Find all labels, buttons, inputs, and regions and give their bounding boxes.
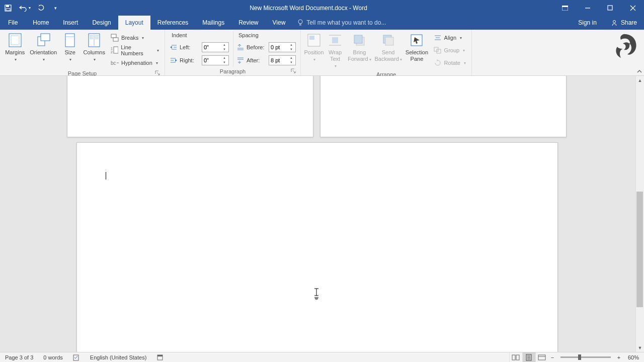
svg-rect-2 bbox=[6, 9, 10, 11]
maximize-button[interactable] bbox=[599, 0, 621, 16]
columns-label: Columns bbox=[84, 49, 105, 55]
print-layout-button[interactable] bbox=[522, 352, 535, 362]
scroll-down-button[interactable]: ▼ bbox=[636, 343, 644, 352]
page-indicator[interactable]: Page 3 of 3 bbox=[0, 354, 38, 360]
group-label: Group bbox=[444, 47, 460, 53]
size-icon bbox=[62, 32, 78, 48]
vertical-scrollbar[interactable]: ▲ ▼ bbox=[635, 76, 644, 352]
redo-button[interactable] bbox=[36, 3, 46, 13]
signin-link[interactable]: Sign in bbox=[571, 16, 604, 30]
orientation-button[interactable]: Orientation▾ bbox=[27, 31, 59, 64]
tab-insert[interactable]: Insert bbox=[56, 16, 85, 30]
tab-home[interactable]: Home bbox=[26, 16, 56, 30]
web-layout-button[interactable] bbox=[535, 352, 548, 362]
margins-label: Margins bbox=[5, 49, 25, 55]
svg-rect-51 bbox=[383, 35, 391, 43]
svg-rect-68 bbox=[512, 355, 515, 360]
zoom-level[interactable]: 60% bbox=[623, 354, 644, 360]
svg-rect-16 bbox=[41, 34, 50, 41]
svg-rect-74 bbox=[538, 355, 545, 360]
tab-view[interactable]: View bbox=[266, 16, 293, 30]
page-fragment bbox=[67, 76, 313, 137]
scroll-up-button[interactable]: ▲ bbox=[636, 76, 644, 84]
scroll-thumb[interactable] bbox=[636, 192, 643, 307]
share-button[interactable]: Share bbox=[604, 16, 644, 30]
qat-customize[interactable]: ▾ bbox=[50, 3, 60, 13]
tab-review[interactable]: Review bbox=[231, 16, 265, 30]
breaks-button[interactable]: Breaks▾ bbox=[110, 32, 160, 43]
macro-button[interactable] bbox=[151, 354, 169, 361]
page-3[interactable] bbox=[76, 142, 558, 352]
document-canvas[interactable] bbox=[0, 76, 644, 352]
spinner-up[interactable]: ▲ bbox=[289, 56, 294, 60]
spinner-down[interactable]: ▼ bbox=[289, 47, 294, 52]
zoom-in-button[interactable]: + bbox=[615, 354, 623, 360]
breaks-label: Breaks bbox=[121, 35, 138, 41]
margins-button[interactable]: Margins▾ bbox=[3, 31, 27, 64]
minimize-button[interactable] bbox=[576, 0, 599, 16]
proofing-button[interactable] bbox=[68, 354, 85, 361]
svg-rect-45 bbox=[309, 36, 314, 40]
hyphenation-icon: bc bbox=[111, 59, 119, 67]
size-button[interactable]: Size▾ bbox=[59, 31, 81, 64]
rotate-label: Rotate bbox=[444, 60, 460, 66]
svg-text:1: 1 bbox=[111, 47, 113, 50]
spacing-after-input[interactable]: ▲▼ bbox=[269, 55, 296, 65]
read-mode-button[interactable] bbox=[509, 352, 522, 362]
collapse-ribbon-button[interactable] bbox=[636, 68, 642, 74]
spacing-after-icon bbox=[236, 57, 245, 64]
position-button: Position▾ bbox=[303, 31, 325, 64]
indent-header: Indent bbox=[170, 31, 229, 40]
ribbon-display-options[interactable] bbox=[553, 0, 576, 16]
bring-forward-label: Bring Forward bbox=[348, 49, 368, 62]
indent-right-label: Right: bbox=[180, 57, 200, 63]
svg-rect-50 bbox=[354, 35, 362, 43]
tell-me-placeholder: Tell me what you want to do... bbox=[306, 19, 386, 26]
group-button[interactable]: Group▾ bbox=[433, 45, 467, 56]
selection-pane-icon bbox=[409, 32, 425, 48]
bring-forward-icon bbox=[351, 32, 367, 48]
zoom-out-button[interactable]: − bbox=[548, 354, 556, 360]
size-label: Size bbox=[65, 49, 75, 55]
tab-file[interactable]: File bbox=[0, 16, 26, 30]
line-numbers-button[interactable]: 12 Line Numbers▾ bbox=[110, 45, 160, 56]
undo-button[interactable]: ▾ bbox=[17, 3, 32, 13]
rotate-button[interactable]: Rotate▾ bbox=[433, 57, 467, 68]
indent-left-input[interactable]: ▲▼ bbox=[202, 42, 229, 52]
zoom-slider[interactable] bbox=[560, 356, 611, 358]
columns-button[interactable]: Columns▾ bbox=[81, 31, 108, 64]
selection-pane-button[interactable]: Selection Pane bbox=[403, 31, 430, 63]
tab-layout[interactable]: Layout bbox=[118, 16, 150, 30]
spinner-up[interactable]: ▲ bbox=[289, 43, 294, 47]
send-backward-button: Send Backward▾ bbox=[373, 31, 403, 64]
spacing-before-input[interactable]: ▲▼ bbox=[269, 42, 296, 52]
align-button[interactable]: Align▾ bbox=[433, 32, 467, 43]
spinner-down[interactable]: ▼ bbox=[222, 47, 227, 52]
indent-left-label: Left: bbox=[180, 44, 200, 50]
tell-me-search[interactable]: Tell me what you want to do... bbox=[292, 16, 571, 30]
indent-left-icon bbox=[170, 44, 178, 51]
align-label: Align bbox=[444, 35, 456, 41]
breaks-icon bbox=[111, 34, 119, 42]
close-button[interactable] bbox=[621, 0, 644, 16]
spinner-up[interactable]: ▲ bbox=[222, 56, 227, 60]
orientation-icon bbox=[35, 32, 51, 48]
hyphenation-button[interactable]: bc Hyphenation▾ bbox=[110, 57, 160, 68]
save-button[interactable] bbox=[3, 3, 13, 13]
rotate-icon bbox=[434, 59, 442, 66]
spinner-up[interactable]: ▲ bbox=[222, 43, 227, 47]
tab-mailings[interactable]: Mailings bbox=[195, 16, 231, 30]
language-indicator[interactable]: English (United States) bbox=[85, 354, 152, 360]
wrap-text-icon bbox=[327, 32, 343, 48]
spinner-down[interactable]: ▼ bbox=[222, 60, 227, 65]
word-count[interactable]: 0 words bbox=[38, 354, 68, 360]
group-icon bbox=[434, 47, 442, 54]
tab-design[interactable]: Design bbox=[85, 16, 118, 30]
svg-rect-69 bbox=[516, 355, 519, 360]
spinner-down[interactable]: ▼ bbox=[289, 60, 294, 65]
indent-right-input[interactable]: ▲▼ bbox=[202, 55, 229, 65]
svg-point-12 bbox=[613, 21, 615, 23]
paragraph-launcher[interactable] bbox=[291, 68, 297, 74]
tab-references[interactable]: References bbox=[150, 16, 195, 30]
svg-point-9 bbox=[298, 20, 302, 24]
